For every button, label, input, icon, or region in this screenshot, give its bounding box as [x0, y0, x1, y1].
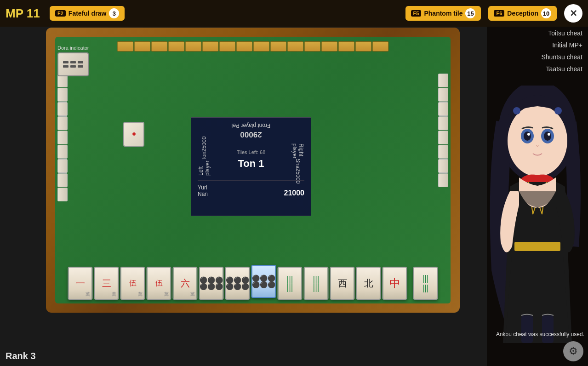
fateful-draw-button[interactable]: F2 Fateful draw 3: [50, 6, 125, 21]
tile-char: 中: [389, 278, 400, 289]
svg-rect-12: [521, 315, 533, 343]
skill3-label: Deception: [507, 10, 538, 17]
hand-tile-north[interactable]: 北: [356, 267, 381, 300]
wall-tile: [438, 74, 448, 87]
wall-tile: [151, 41, 168, 51]
hand-tile-3p[interactable]: ⚫⚫⚫⚫⚫⚫: [199, 267, 224, 300]
tile-char: ⚫⚫⚫⚫⚫⚫: [252, 275, 275, 288]
wall-tile: [338, 41, 355, 51]
svg-point-8: [513, 107, 520, 114]
info-middle-section: Left player Ton 25000 Tiles Left: 68 Ton…: [198, 143, 304, 176]
cheat-toitsu[interactable]: Toitsu cheat: [491, 29, 584, 38]
cheat-notification: Ankou cheat was successfully used.: [496, 331, 584, 337]
close-button[interactable]: ✕: [564, 4, 582, 23]
wall-tile: [57, 145, 68, 159]
wall-tile: [438, 145, 448, 159]
hand-tile-5s[interactable]: ||||||: [278, 267, 303, 300]
dora-tile: [57, 52, 89, 76]
wall-tile: [57, 173, 68, 187]
tile-char: ||||||: [422, 274, 428, 293]
wall-tile: [185, 41, 202, 51]
drawn-tile[interactable]: ||||||: [413, 267, 438, 300]
wall-tile: [438, 102, 448, 116]
phantom-tile-button[interactable]: F5 Phantom tile 15: [405, 6, 481, 21]
hand-tile-5p[interactable]: ⚫⚫⚫⚫⚫⚫: [251, 265, 276, 298]
hand-tile-west[interactable]: 西: [330, 267, 355, 300]
svg-point-7: [548, 133, 550, 136]
skill2-count: 15: [465, 8, 475, 18]
tile-char: ||||||: [286, 275, 293, 292]
wall-tile: [117, 41, 134, 51]
tile-char: ||||||: [313, 275, 319, 292]
hand-tile-6s[interactable]: ||||||: [304, 267, 329, 300]
discard-tile: ✦: [123, 122, 144, 147]
game-info-panel: Front player Pei 29000 Left player Ton 2…: [191, 117, 311, 216]
wall-tile: [438, 88, 448, 102]
hand-tile-6m[interactable]: 六 萬: [173, 267, 198, 300]
wall-tile: [304, 41, 321, 51]
cheat-initial-mp-2[interactable]: Initial MP+: [491, 40, 584, 50]
wall-tile: [57, 188, 68, 201]
wall-tile: [321, 41, 338, 51]
wall-tile: [236, 41, 253, 51]
wall-tile: [355, 41, 372, 51]
skill3-count: 10: [541, 8, 551, 18]
svg-point-5: [544, 132, 551, 141]
rank-display: Rank 3: [6, 351, 36, 361]
wall-tile: [57, 159, 68, 173]
right-wall: [438, 74, 448, 187]
tile-char: ⚫⚫⚫⚫⚫⚫: [200, 277, 223, 290]
hand-tile-chun[interactable]: 中: [382, 267, 407, 300]
hand-tile-5m-1[interactable]: 伍 萬: [120, 267, 145, 300]
svg-rect-11: [514, 242, 560, 251]
deception-button[interactable]: F6 Deception 10: [488, 6, 557, 21]
wall-tile: [438, 116, 448, 130]
hand-tile-1m[interactable]: 一 萬: [68, 267, 93, 300]
tile-char: 一: [76, 279, 85, 288]
wall-tile: [57, 116, 68, 130]
right-player-info: Right player Sha 25000: [291, 143, 304, 176]
hand-tile-4p[interactable]: ⚫⚫⚫⚫⚫⚫: [225, 267, 250, 300]
wall-tile: [57, 131, 68, 144]
bottom-player-score: 21000: [284, 189, 305, 197]
skill1-key: F2: [55, 10, 66, 17]
wall-tile: [287, 41, 304, 51]
settings-icon: ⚙: [569, 345, 578, 357]
wall-tile: [372, 41, 389, 51]
wall-tile: [438, 131, 448, 144]
wall-tile: [270, 41, 287, 51]
wall-tile: [253, 41, 270, 51]
green-felt: Dora indicator ✦ Front play: [55, 37, 451, 303]
tile-char: 三: [102, 279, 111, 288]
bottom-player-name: Yuri Nan: [198, 184, 208, 197]
top-tile-row: [117, 41, 389, 51]
tile-char: 伍: [155, 280, 163, 287]
hand-tile-5m-2[interactable]: 伍 萬: [147, 267, 171, 300]
hand-tile-3m[interactable]: 三 萬: [94, 267, 119, 300]
svg-point-1: [508, 105, 567, 177]
svg-point-9: [554, 107, 562, 114]
wall-tile: [57, 102, 68, 116]
character-svg: [487, 86, 588, 343]
svg-point-4: [524, 132, 531, 141]
tile-char: 西: [338, 279, 347, 288]
skill1-label: Fateful draw: [69, 10, 106, 17]
wall-tile: [219, 41, 236, 51]
cheat-taatsu[interactable]: Taatsu cheat: [491, 64, 584, 74]
tile-char: 六: [181, 279, 190, 288]
wall-tile: [202, 41, 219, 51]
center-game-info: Tiles Left: 68 Ton 1: [237, 149, 266, 170]
settings-button[interactable]: ⚙: [563, 341, 583, 361]
skill2-label: Phantom tile: [424, 10, 462, 17]
wall-tile: [168, 41, 185, 51]
front-player-name: Front player Pei: [198, 122, 304, 129]
top-bar: MP 11 F2 Fateful draw 3 F5 Phantom tile …: [0, 0, 588, 27]
skill1-count: 3: [109, 8, 119, 18]
player-hand: 一 萬 三 萬 伍 萬 伍 萬 六 萬 ⚫⚫⚫⚫⚫⚫ ⚫⚫⚫⚫⚫⚫ ⚫⚫⚫⚫⚫⚫…: [68, 267, 438, 300]
round-display: Ton 1: [237, 158, 266, 170]
cheat-shuntsu[interactable]: Shuntsu cheat: [491, 52, 584, 62]
dora-indicator-area: Dora indicator: [57, 45, 89, 76]
discard-symbol: ✦: [131, 129, 137, 139]
svg-point-6: [527, 133, 530, 136]
wall-tile: [134, 41, 151, 51]
